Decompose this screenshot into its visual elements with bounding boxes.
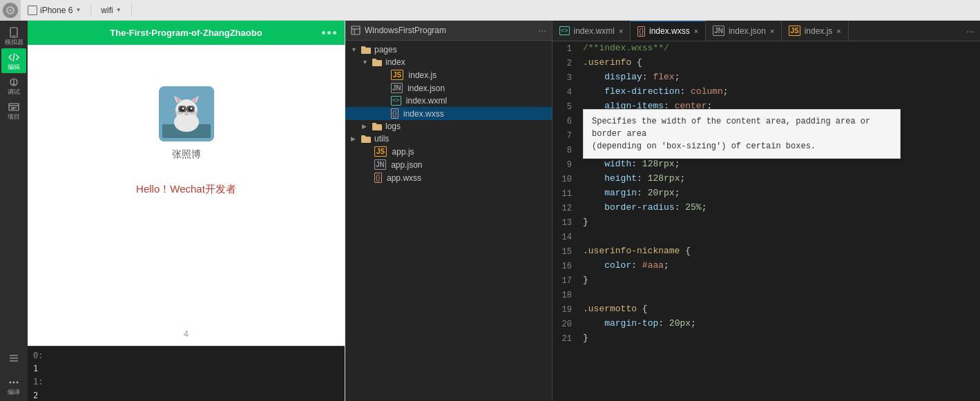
code-line-1: 1 /**index.wxss**/ [553,41,980,56]
sidebar-item-settings[interactable]: 编译 [1,373,26,398]
tree-utils-folder[interactable]: utils [345,133,552,145]
line-content-16: color: #aaa; [580,259,980,273]
tab-index-wxss[interactable]: {} index.wxss × [631,21,706,41]
app-js-icon: JS [374,146,387,157]
tree-index-js[interactable]: JS index.js [345,68,552,81]
json-file-icon: JN [391,83,403,93]
device-dropdown-arrow: ▼ [75,7,81,13]
file-panel-title: WindowsFirstProgram [365,26,446,35]
line-num-1: 1 [553,41,580,56]
logo-circle [3,3,18,18]
tree-pages-folder[interactable]: pages [345,43,552,56]
log-line-4: 2 [33,389,339,401]
tree-app-wxss[interactable]: {} app.wxss [345,171,552,184]
tab-index-js[interactable]: JS index.js × [782,21,848,41]
line-num-13: 13 [553,215,580,230]
tab-overflow-menu[interactable]: ··· [961,26,980,37]
utils-label: utils [374,134,389,144]
line-num-15: 15 [553,244,580,259]
js-file-icon: JS [391,70,403,80]
sidebar-item-simulator[interactable]: 模拟器 [1,23,26,48]
line-num-10: 10 [553,172,580,186]
phone-bottom: 4 [184,329,189,346]
line-content-1: /**index.wxss**/ [580,41,980,55]
phone-content: 张照博 Hello！Wechat开发者 4 [28,45,345,346]
sidebar-item-debug[interactable]: 调试 [1,73,26,98]
tab-json-label: index.json [729,26,766,36]
log-line-1: 0: [33,349,339,362]
sidebar-item-compile-bottom[interactable] [1,346,26,371]
folder-icon-utils [361,134,372,144]
device-selector[interactable]: iPhone 6 ▼ [21,6,88,15]
tab-index-json[interactable]: JN index.json × [706,21,782,41]
phone-square-icon [28,6,37,15]
code-line-12: 12 border-radius: 25%; [553,201,980,215]
file-panel-menu[interactable]: ··· [538,25,546,36]
folder-icon-logs [372,121,383,131]
project-icon [8,101,19,113]
log-label-3: 1: [33,377,43,387]
log-line-2: 1 [33,362,339,375]
svg-rect-36 [352,26,360,35]
page-number: 4 [184,329,189,339]
line-num-6: 6 [553,114,580,128]
line-content-9: width: 128rpx; [580,157,980,171]
folder-icon [361,45,372,55]
phone-header-title: The-First-Program-of-ZhangZhaobo [110,28,262,38]
phone-header: The-First-Program-of-ZhangZhaobo [28,21,345,45]
user-name: 张照博 [172,148,201,161]
network-selector[interactable]: wifi ▼ [94,6,128,15]
line-content-17: } [580,273,980,287]
sidebar-item-editor[interactable]: 编辑 [1,48,26,73]
phone-header-dots [322,31,336,35]
file-panel: WindowsFirstProgram ··· pages index JS i… [345,21,553,401]
line-num-5: 5 [553,99,580,114]
line-num-14: 14 [553,230,580,244]
tree-logs-folder[interactable]: logs [345,120,552,133]
tab-json-close[interactable]: × [770,27,774,35]
line-content-13: } [580,215,980,229]
tree-index-wxml[interactable]: <> index.wxml [345,95,552,107]
sidebar-item-project[interactable]: 项目 [1,98,26,123]
app-logo [0,0,21,21]
divider-1 [90,4,91,17]
tab-wxss-close[interactable]: × [694,27,698,35]
file-tree: pages index JS index.js JN index.json [345,41,552,401]
log-text-4: 2 [33,391,38,400]
app-wxss-label: app.wxss [385,173,421,183]
line-content-15: .userinfo-nickname { [580,244,980,258]
line-num-17: 17 [553,273,580,288]
line-num-21: 21 [553,331,580,346]
pages-arrow [351,46,358,53]
line-num-18: 18 [553,288,580,302]
device-name: iPhone 6 [40,6,73,15]
compile-label: 编译 [8,389,20,395]
index-label: index [385,57,405,67]
code-line-20: 20 margin-top: 20px; [553,317,980,331]
line-num-12: 12 [553,201,580,215]
network-name: wifi [101,6,113,15]
line-num-3: 3 [553,70,580,85]
hello-text: Hello！Wechat开发者 [136,183,236,196]
log-label-1: 0: [33,351,43,360]
code-area[interactable]: Specifies the width of the content area,… [553,41,980,401]
tree-index-wxss[interactable]: {} index.wxss [345,107,552,120]
line-content-2: .userinfo { [580,56,980,70]
tab-index-wxml[interactable]: <> index.wxml × [553,21,631,41]
code-line-9: 9 width: 128rpx; [553,157,980,172]
index-js-label: index.js [406,70,436,80]
editor-panel: <> index.wxml × {} index.wxss × JN index… [553,21,980,401]
tab-wxml-close[interactable]: × [619,27,623,35]
line-content-19: .usermotto { [580,302,980,316]
tree-app-json[interactable]: JN app.json [345,158,552,171]
dot-3 [333,31,336,35]
project-label: 项目 [8,114,20,120]
svg-rect-2 [12,35,16,36]
svg-point-5 [13,83,15,84]
tree-app-js[interactable]: JS app.js [345,145,552,158]
tab-wxss-label: index.wxss [649,26,690,36]
code-icon [8,52,19,63]
tree-index-json[interactable]: JN index.json [345,81,552,95]
tree-index-folder[interactable]: index [345,56,552,68]
tab-js-close[interactable]: × [836,27,840,35]
